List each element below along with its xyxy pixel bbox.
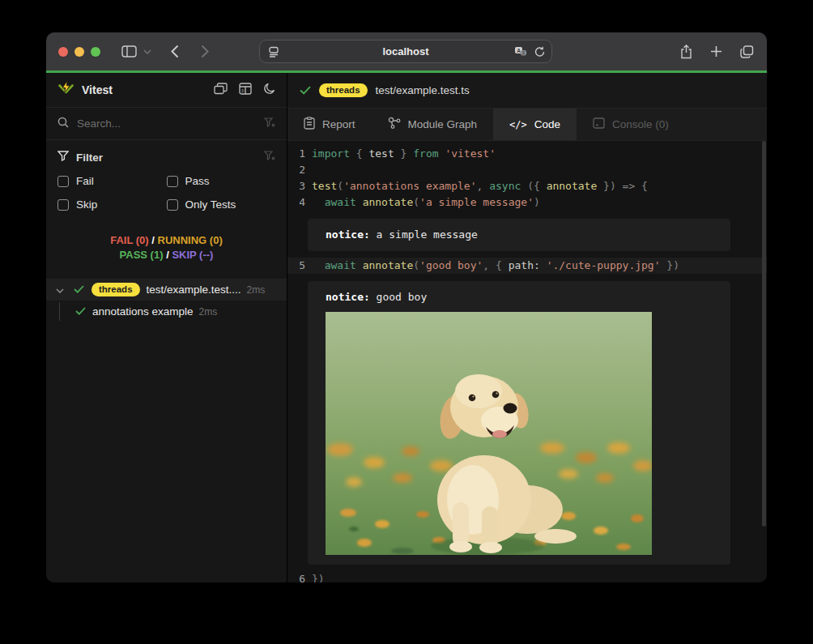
fail-count: FAIL (0)	[110, 234, 148, 246]
zoom-window-button[interactable]	[91, 47, 100, 57]
clear-filter-icon[interactable]	[264, 150, 275, 164]
code-line: 5 await annotate('good boy', { path: './…	[287, 258, 767, 274]
file-header: threads test/example.test.ts	[287, 73, 767, 109]
chevron-down-icon[interactable]	[56, 284, 64, 296]
line-number: 5	[287, 258, 305, 274]
checkbox-skip[interactable]	[57, 199, 69, 211]
svg-text:文: 文	[521, 50, 526, 55]
share-icon[interactable]	[680, 45, 692, 59]
search-input[interactable]	[77, 117, 264, 130]
filter-option-pass[interactable]: Pass	[167, 175, 276, 187]
close-window-button[interactable]	[58, 47, 68, 57]
line-number: 2	[287, 162, 305, 178]
line-number: 3	[287, 178, 305, 194]
dashboard-icon[interactable]: 3	[239, 83, 252, 98]
test-file-name: test/example.test....	[147, 284, 241, 296]
test-case-duration: 2ms	[199, 306, 218, 318]
pass-check-icon	[75, 305, 86, 318]
code-line: 4 await annotate('a simple message')	[287, 194, 767, 211]
test-file-duration: 2ms	[247, 284, 266, 296]
reload-icon[interactable]	[534, 46, 545, 58]
notice-message: good boy	[370, 291, 427, 303]
tab-report[interactable]: Report	[287, 109, 372, 140]
address-bar[interactable]: localhost A文	[259, 40, 552, 63]
pass-check-icon	[74, 284, 84, 296]
annotation-notice: notice: a simple message	[308, 219, 730, 251]
sidebar-toggle-icon[interactable]	[121, 45, 137, 58]
code-line: 2	[287, 162, 767, 178]
notice-label: notice:	[326, 291, 370, 303]
code-icon: </>	[509, 119, 527, 130]
filter-section: Filter Fail Pass Skip Only Tests	[46, 140, 287, 222]
filter-option-skip[interactable]: Skip	[57, 198, 167, 211]
forward-icon[interactable]	[201, 45, 209, 58]
search-icon	[57, 117, 69, 131]
dark-mode-moon-icon[interactable]	[263, 83, 275, 98]
skip-count: SKIP (--)	[172, 249, 213, 261]
notice-message: a simple message	[370, 228, 478, 241]
scrollbar-thumb[interactable]	[762, 141, 766, 527]
translate-icon[interactable]: A文	[514, 46, 527, 57]
tab-overview-icon[interactable]	[740, 45, 754, 58]
browser-toolbar: localhost A文	[46, 32, 767, 70]
code-line: 3test('annotations example', async ({ an…	[287, 178, 767, 194]
module-graph-icon	[388, 117, 401, 132]
sidebar-header: Vitest 3	[46, 73, 287, 108]
code-line: 1import { test } from 'vitest'	[287, 146, 767, 162]
open-file-path: test/example.test.ts	[376, 84, 470, 96]
test-case-name: annotations example	[92, 305, 194, 318]
checkbox-fail[interactable]	[57, 176, 69, 187]
url-text: localhost	[260, 45, 551, 58]
svg-text:3: 3	[241, 87, 244, 92]
tree-indent-guide	[59, 302, 60, 321]
running-count: RUNNING (0)	[158, 234, 223, 246]
line-number: 1	[287, 146, 305, 162]
code-editor[interactable]: 1import { test } from 'vitest'23test('an…	[287, 141, 767, 582]
browser-window: localhost A文	[46, 32, 767, 582]
new-tab-icon[interactable]	[710, 45, 722, 58]
test-status-summary: FAIL (0) / RUNNING (0) PASS (1) / SKIP (…	[46, 222, 287, 272]
filter-option-only-tests[interactable]: Only Tests	[167, 198, 276, 211]
notice-label: notice:	[326, 228, 370, 241]
line-number: 4	[287, 194, 305, 211]
chevron-down-icon[interactable]	[143, 49, 151, 54]
search-row	[46, 108, 287, 140]
traffic-lights	[58, 47, 100, 57]
checkbox-pass[interactable]	[167, 176, 178, 187]
main-panel: threads test/example.test.ts Report Modu…	[287, 73, 767, 582]
tab-console[interactable]: Console (0)	[577, 109, 685, 140]
test-tree: threads test/example.test.... 2ms annota…	[46, 279, 287, 322]
line-number: 6	[287, 571, 305, 582]
annotation-notice: notice: good boy	[308, 281, 730, 565]
stacked-windows-icon[interactable]	[214, 83, 228, 98]
code-content: 1import { test } from 'vitest'23test('an…	[287, 146, 767, 582]
pool-badge: threads	[319, 83, 368, 97]
test-case-row[interactable]: annotations example 2ms	[46, 301, 287, 322]
tab-bar: Report Module Graph </> Code Console	[287, 109, 767, 141]
code-line: 6})	[287, 571, 767, 582]
tab-module-graph[interactable]: Module Graph	[372, 109, 494, 140]
back-icon[interactable]	[171, 45, 179, 58]
tab-code[interactable]: </> Code	[493, 109, 577, 140]
filter-option-fail[interactable]: Fail	[57, 175, 167, 187]
reader-icon[interactable]	[268, 46, 279, 58]
minimize-window-button[interactable]	[74, 47, 84, 57]
vitest-logo-icon	[57, 80, 74, 100]
svg-text:A: A	[517, 48, 521, 53]
pass-check-icon	[300, 83, 311, 98]
pool-badge: threads	[92, 283, 140, 296]
report-icon	[304, 117, 315, 132]
app-title: Vitest	[82, 83, 214, 96]
cute-puppy-photo	[326, 312, 652, 555]
checkbox-only-tests[interactable]	[167, 199, 178, 211]
test-file-row[interactable]: threads test/example.test.... 2ms	[46, 279, 287, 301]
sidebar: Vitest 3	[46, 73, 287, 582]
filter-title: Filter	[76, 151, 264, 164]
filter-icon	[57, 150, 69, 164]
clear-search-filter-icon[interactable]	[264, 117, 275, 131]
pass-count: PASS (1)	[120, 249, 164, 261]
console-icon	[593, 117, 605, 131]
